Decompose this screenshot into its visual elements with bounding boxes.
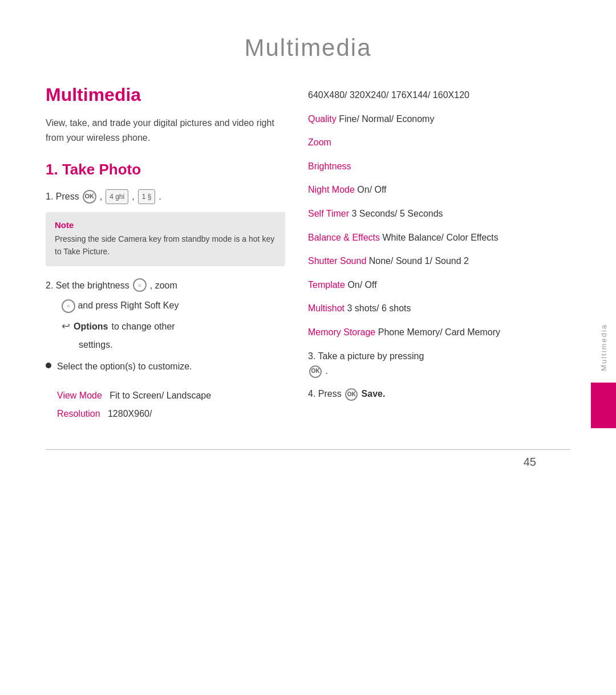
options-label: Options xyxy=(74,319,108,334)
note-title: Note xyxy=(55,220,276,230)
options-line: ↩ Options to change other xyxy=(62,318,285,335)
bullet-dot xyxy=(46,363,51,368)
shutter-value: None/ Sound 1/ Sound 2 xyxy=(369,256,469,266)
resolution-line: Resolution 1280X960/ xyxy=(57,407,285,421)
resolution-spacer xyxy=(103,409,105,418)
multishot-value: 3 shots/ 6 shots xyxy=(347,303,411,313)
ok-circle-step3: OK xyxy=(309,365,322,378)
step-3-period: . xyxy=(325,366,327,376)
step-3-text: 3. Take a picture by pressing xyxy=(308,351,424,361)
template-label: Template xyxy=(308,280,345,290)
note-box: Note Pressing the side Camera key from s… xyxy=(46,212,285,266)
zoom-label: Zoom xyxy=(308,137,331,147)
comma-2: , xyxy=(132,189,134,204)
view-mode-label: View Mode xyxy=(57,391,102,400)
key-1-badge: 1 § xyxy=(138,189,156,204)
template-value: On/ Off xyxy=(347,280,376,290)
multishot-item: Multishot 3 shots/ 6 shots xyxy=(308,301,582,316)
brightness-label: Brightness xyxy=(308,161,351,171)
period-1: . xyxy=(159,189,161,204)
night-mode-item: Night Mode On/ Off xyxy=(308,182,582,197)
sidebar-tab-block xyxy=(591,383,616,428)
template-item: Template On/ Off xyxy=(308,278,582,292)
balance-label: Balance & Effects xyxy=(308,233,380,242)
step-2-prefix: 2. Set the brightness xyxy=(46,278,129,293)
step-4-prefix: 4. Press xyxy=(308,389,342,399)
balance-value: White Balance/ Color Effects xyxy=(382,233,498,242)
resolution-label: Resolution xyxy=(57,409,100,418)
shutter-label: Shutter Sound xyxy=(308,256,366,266)
view-mode-line: View Mode Fit to Screen/ Landscape xyxy=(57,388,285,403)
shutter-item: Shutter Sound None/ Sound 1/ Sound 2 xyxy=(308,254,582,269)
self-timer-value: 3 Seconds/ 5 Seconds xyxy=(351,209,443,218)
step-2b-text: and press Right Soft Key xyxy=(78,300,179,310)
options-suffix: to change other xyxy=(111,319,175,334)
options-icon: ↩ xyxy=(62,318,70,335)
options-suffix2: settings. xyxy=(79,340,285,350)
brightness-item: Brightness xyxy=(308,159,582,174)
view-mode-value: Fit to Screen/ Landscape xyxy=(110,391,211,400)
self-timer-label: Self Timer xyxy=(308,209,349,218)
quality-value: Fine/ Normal/ Economy xyxy=(339,114,434,124)
content-area: Multimedia View, take, and trade your di… xyxy=(0,84,616,432)
step-3: 3. Take a picture by pressing OK . xyxy=(308,349,582,379)
comma-1: , xyxy=(100,189,102,204)
self-timer-item: Self Timer 3 Seconds/ 5 Seconds xyxy=(308,206,582,221)
view-mode-spacer xyxy=(104,391,107,400)
step-4: 4. Press OK Save. xyxy=(308,387,582,401)
resolution-value: 1280X960/ xyxy=(108,409,152,418)
quality-item: Quality Fine/ Normal/ Economy xyxy=(308,112,582,127)
page-title: Multimedia xyxy=(0,34,616,62)
memory-item: Memory Storage Phone Memory/ Card Memory xyxy=(308,325,582,340)
balance-item: Balance & Effects White Balance/ Color E… xyxy=(308,230,582,245)
zoom-item: Zoom xyxy=(308,135,582,150)
section-title: Multimedia xyxy=(46,84,285,105)
ok-badge: OK xyxy=(83,190,96,204)
nav-icon: ○ xyxy=(62,299,75,313)
bullet-text: Select the option(s) to customize. xyxy=(57,361,192,371)
quality-label: Quality xyxy=(308,114,337,124)
step-2: 2. Set the brightness ○ , zoom xyxy=(46,278,285,293)
key-4-badge: 4 ghi xyxy=(106,189,128,204)
left-column: Multimedia View, take, and trade your di… xyxy=(46,84,285,432)
step-1: 1. Press OK , 4 ghi , 1 § . xyxy=(46,189,285,204)
memory-label: Memory Storage xyxy=(308,327,375,337)
ok-circle-step4: OK xyxy=(345,388,358,401)
page-divider xyxy=(46,449,570,450)
bullet-item: Select the option(s) to customize. View … xyxy=(46,359,285,425)
step-4-bold: Save. xyxy=(362,389,386,399)
page-header: Multimedia xyxy=(0,0,616,84)
sidebar-text-label: Multimedia xyxy=(599,324,608,371)
page-number-area: 45 xyxy=(46,449,570,469)
multishot-label: Multishot xyxy=(308,303,345,313)
memory-value: Phone Memory/ Card Memory xyxy=(378,327,500,337)
right-column: 640X480/ 320X240/ 176X144/ 160X120 Quali… xyxy=(308,84,582,432)
night-mode-label: Night Mode xyxy=(308,185,355,194)
resolution-continued: 640X480/ 320X240/ 176X144/ 160X120 xyxy=(308,88,582,103)
night-mode-value: On/ Off xyxy=(357,185,386,194)
brightness-icon: ○ xyxy=(133,278,147,292)
step-1-prefix: 1. Press xyxy=(46,189,79,204)
bullet-content: Select the option(s) to customize. View … xyxy=(57,359,285,425)
take-photo-title: 1. Take Photo xyxy=(46,161,285,178)
note-text: Pressing the side Camera key from standb… xyxy=(55,233,276,258)
step-2-suffix: , zoom xyxy=(150,278,177,293)
page-number: 45 xyxy=(46,456,570,469)
step-2b: ○ and press Right Soft Key xyxy=(62,298,285,313)
sidebar-area: Multimedia xyxy=(591,114,616,638)
intro-text: View, take, and trade your digital pictu… xyxy=(46,116,285,145)
